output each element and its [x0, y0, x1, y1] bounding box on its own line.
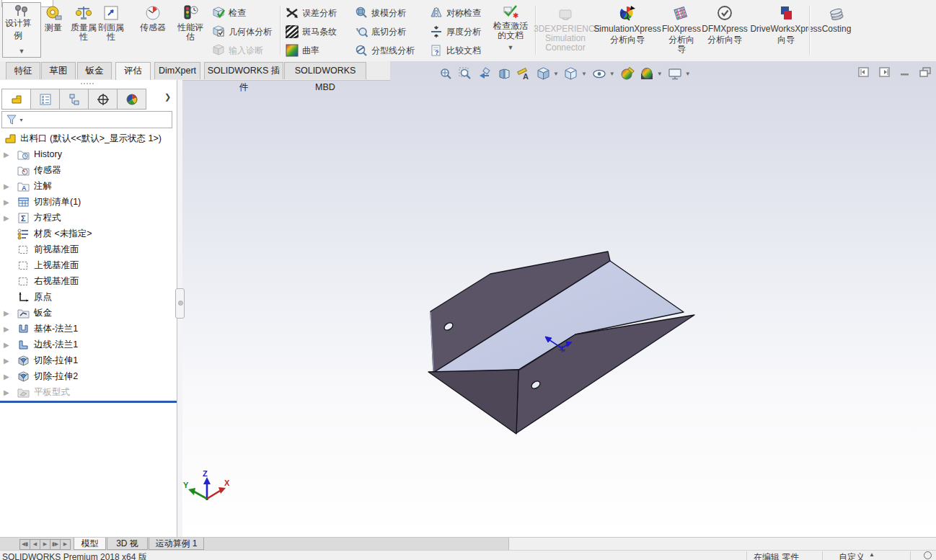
tree-item-flat-pattern[interactable]: ▶ 平板型式	[0, 384, 177, 400]
tree-item-top-plane[interactable]: 上视基准面	[0, 257, 177, 273]
check-active-document-button[interactable]: ✱ 检查激活的文档 ▼	[487, 3, 534, 52]
design-study-button[interactable]: 设计算例	[2, 2, 41, 46]
tree-item-equations[interactable]: ▶ Σ 方程式	[0, 210, 177, 226]
symmetry-check-button[interactable]: 对称检查	[430, 5, 481, 21]
mass-properties-button[interactable]: 质量属性	[69, 4, 98, 42]
collapse-right-icon[interactable]	[879, 67, 891, 78]
deviation-analysis-button[interactable]: 误差分析	[286, 5, 337, 21]
draft-analysis-button[interactable]: 拔模分析	[355, 5, 406, 21]
simulationxpress-button[interactable]: SimulationXpress 分析向导	[590, 4, 665, 45]
tree-item-origin[interactable]: 原点	[0, 289, 177, 305]
tab-scroll-next-button[interactable]: ▶	[40, 539, 50, 550]
filter-box[interactable]: ▼	[1, 111, 172, 128]
tab-motion-study[interactable]: 运动算例 1	[149, 538, 204, 550]
tab-sketch[interactable]: 草图	[41, 62, 76, 79]
tab-scroll-menu-button[interactable]: ▶	[60, 539, 71, 550]
geometry-analysis-button[interactable]: 几何体分析	[212, 24, 272, 40]
tab-model[interactable]: 模型	[74, 538, 106, 550]
view-settings-button[interactable]	[668, 66, 682, 81]
dfmxpress-button[interactable]: DFMXpress 分析向导	[699, 4, 751, 45]
expand-arrow-icon[interactable]: ▶	[4, 357, 9, 365]
annotations-visibility-button[interactable]: A	[516, 66, 531, 81]
floxpress-button[interactable]: FloXpress 分析向导	[661, 4, 702, 54]
chevron-down-icon[interactable]: ▼	[657, 71, 663, 77]
panel-collapse-handle[interactable]	[175, 288, 185, 319]
status-custom-menu[interactable]: 自定义	[839, 551, 865, 560]
edit-appearance-button[interactable]	[620, 66, 635, 81]
rollback-bar[interactable]	[0, 401, 177, 403]
tab-scroll-prev-button[interactable]: ◀	[30, 539, 40, 550]
hide-show-items-button[interactable]	[592, 66, 606, 81]
3dexperience-connector-button[interactable]: 3DEXPERIENCE Simulation Connector	[534, 6, 597, 53]
restore-icon[interactable]	[919, 67, 932, 78]
chevron-down-icon[interactable]: ▼	[553, 71, 559, 77]
chevron-down-icon[interactable]: ▼	[685, 71, 691, 77]
tree-item-material[interactable]: 材质 <未指定>	[0, 226, 177, 241]
tree-item-front-plane[interactable]: 前视基准面	[0, 241, 177, 257]
expand-arrow-icon[interactable]: ▶	[4, 214, 9, 222]
collapse-left-icon[interactable]	[858, 67, 870, 78]
chevron-down-icon[interactable]: ▼	[581, 71, 587, 77]
design-study-dropdown[interactable]: ▼	[2, 45, 41, 58]
tree-item-cut-list[interactable]: ▶ 切割清单(1)	[0, 194, 177, 210]
tree-item-sensors[interactable]: 传感器	[0, 162, 177, 178]
tree-item-edge-flange[interactable]: ▶ 边线-法兰1	[0, 337, 177, 352]
tab-featuremanager[interactable]	[2, 89, 31, 109]
zoom-area-button[interactable]	[458, 66, 472, 81]
expand-arrow-icon[interactable]: ▶	[4, 309, 9, 317]
expand-arrow-icon[interactable]: ▶	[4, 373, 9, 381]
panel-expand-arrow[interactable]: ❯	[164, 92, 171, 102]
tab-configurationmanager[interactable]	[60, 89, 89, 109]
compare-documents-button[interactable]: ? 比较文档	[430, 43, 481, 58]
tree-item-history[interactable]: ▶ History	[0, 146, 177, 162]
tab-solidworks-addins[interactable]: SOLIDWORKS 插件	[204, 62, 283, 79]
view-orientation-button[interactable]	[536, 66, 550, 81]
tab-3d-views[interactable]: 3D 视图	[107, 538, 148, 550]
tree-item-right-plane[interactable]: 右视基准面	[0, 273, 177, 289]
expand-arrow-icon[interactable]: ▶	[4, 325, 9, 333]
zebra-stripes-button[interactable]: 斑马条纹	[286, 24, 337, 40]
chevron-up-icon[interactable]: ▲	[869, 551, 875, 558]
tab-features[interactable]: 特征	[6, 62, 40, 79]
minimize-icon[interactable]	[900, 67, 910, 78]
section-properties-button[interactable]: 剖面属性	[97, 4, 125, 42]
tree-item-cut-extrude1[interactable]: ▶ 切除-拉伸1	[0, 352, 177, 368]
tree-item-sheet-metal-folder[interactable]: ▶ 钣金	[0, 305, 177, 321]
apply-scene-button[interactable]	[640, 66, 654, 81]
expand-arrow-icon[interactable]: ▶	[4, 151, 9, 159]
model-canvas[interactable]: Z Y X	[182, 80, 936, 537]
measure-button[interactable]: 测量	[40, 4, 66, 32]
expand-arrow-icon[interactable]: ▶	[4, 182, 9, 190]
part-near-left-face[interactable]	[428, 370, 518, 434]
display-style-button[interactable]	[564, 66, 578, 81]
tab-propertymanager[interactable]	[31, 89, 60, 109]
tree-item-base-flange[interactable]: ▶ 基体-法兰1	[0, 321, 177, 337]
expand-arrow-icon[interactable]: ▶	[4, 198, 9, 206]
tab-dimxpertmanager[interactable]	[89, 89, 118, 109]
import-diagnostics-button[interactable]: 输入诊断	[212, 43, 263, 58]
curvature-button[interactable]: 曲率	[286, 43, 319, 58]
tab-sheet-metal[interactable]: 钣金	[77, 62, 112, 79]
section-view-button[interactable]	[497, 66, 511, 81]
sensor-button[interactable]: 传感器	[137, 4, 169, 32]
tree-item-annotations[interactable]: ▶ A 注解	[0, 178, 177, 194]
tree-root[interactable]: 出料口 (默认<<默认>_显示状态 1>)	[0, 130, 177, 146]
sheet-metal-part[interactable]	[428, 252, 694, 434]
tab-dimxpert[interactable]: DimXpert	[154, 62, 200, 79]
driveworksxpress-button[interactable]: DriveWorksXpress 向导	[746, 4, 826, 45]
tree-item-cut-extrude2[interactable]: ▶ 切除-拉伸2	[0, 368, 177, 384]
tab-scroll-first-button[interactable]: ◀▮	[19, 539, 30, 550]
chevron-down-icon[interactable]: ▼	[609, 71, 615, 77]
check-button[interactable]: 检查	[212, 5, 246, 21]
undercut-analysis-button[interactable]: 底切分析	[355, 24, 406, 40]
tab-displaymanager[interactable]	[118, 89, 146, 109]
previous-view-button[interactable]	[477, 66, 492, 81]
expand-arrow-icon[interactable]: ▶	[4, 388, 9, 396]
parting-line-analysis-button[interactable]: 分型线分析	[355, 43, 415, 58]
performance-evaluation-button[interactable]: 性能评估	[176, 4, 205, 42]
expand-arrow-icon[interactable]: ▶	[4, 341, 9, 349]
tab-evaluate[interactable]: 评估	[115, 62, 151, 80]
thickness-analysis-button[interactable]: 厚度分析	[430, 24, 481, 40]
tab-scroll-last-button[interactable]: ▮▶	[50, 539, 61, 550]
zoom-fit-button[interactable]	[438, 66, 453, 81]
